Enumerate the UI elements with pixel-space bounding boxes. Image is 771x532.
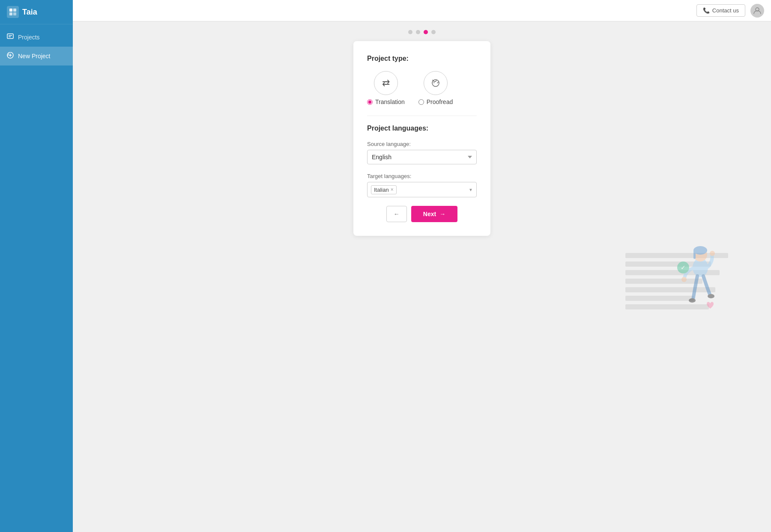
button-row: ← Next → xyxy=(367,206,477,222)
step-dot-3 xyxy=(424,30,428,34)
step-dot-1 xyxy=(408,30,412,34)
source-language-select[interactable]: English French German Spanish Italian xyxy=(367,150,477,164)
sidebar-item-new-project[interactable]: New Project xyxy=(0,47,73,65)
header: 📞 Contact us xyxy=(73,0,771,21)
svg-rect-4 xyxy=(7,34,13,39)
project-type-section: Project type: ⇄ Translation xyxy=(367,55,477,105)
italian-tag: Italian × xyxy=(371,185,397,194)
svg-point-9 xyxy=(693,248,707,262)
svg-point-10 xyxy=(693,246,707,255)
proofread-radio[interactable] xyxy=(418,99,424,105)
target-language-label: Target languages: xyxy=(367,173,477,179)
next-icon: → xyxy=(439,211,445,217)
logo-text: Taia xyxy=(22,8,37,17)
target-dropdown-arrow[interactable]: ▼ xyxy=(469,187,473,192)
italian-tag-close[interactable]: × xyxy=(391,187,394,192)
type-option-proofread[interactable]: Proofread xyxy=(418,71,453,105)
contact-button[interactable]: 📞 Contact us xyxy=(696,4,745,17)
svg-point-12 xyxy=(681,277,687,282)
sidebar-item-new-project-label: New Project xyxy=(18,53,50,59)
phone-icon: 📞 xyxy=(703,7,710,14)
step-dot-4 xyxy=(431,30,436,34)
italian-tag-label: Italian xyxy=(374,187,389,193)
svg-point-15 xyxy=(708,294,714,298)
type-option-translation[interactable]: ⇄ Translation xyxy=(367,71,405,105)
logo[interactable]: Taia xyxy=(0,0,73,24)
source-language-group: Source language: English French German S… xyxy=(367,141,477,164)
proofread-label-row: Proofread xyxy=(418,98,453,105)
target-language-input[interactable]: Italian × ▼ xyxy=(367,182,477,197)
step-indicator xyxy=(408,30,436,34)
projects-icon xyxy=(7,33,14,42)
proofread-icon[interactable] xyxy=(424,71,448,95)
source-language-label: Source language: xyxy=(367,141,477,147)
step-dot-2 xyxy=(416,30,420,34)
svg-point-14 xyxy=(689,298,696,303)
svg-rect-3 xyxy=(13,12,16,15)
translation-radio[interactable] xyxy=(367,99,373,105)
project-type-title: Project type: xyxy=(367,55,477,62)
svg-point-8 xyxy=(693,258,708,277)
translation-icon[interactable]: ⇄ xyxy=(374,71,398,95)
sidebar: Taia Projects New Project xyxy=(0,0,73,532)
svg-point-16 xyxy=(677,262,689,273)
project-languages-title: Project languages: xyxy=(367,125,477,132)
content: ✓ Project type: ⇄ Trans xyxy=(73,21,771,532)
sidebar-item-projects[interactable]: Projects xyxy=(0,28,73,47)
svg-rect-11 xyxy=(693,250,696,259)
next-label: Next xyxy=(423,211,436,217)
sidebar-item-projects-label: Projects xyxy=(18,34,40,41)
svg-rect-1 xyxy=(13,9,16,12)
next-button[interactable]: Next → xyxy=(411,206,457,222)
translation-label[interactable]: Translation xyxy=(375,98,405,105)
new-project-icon xyxy=(7,52,14,60)
proofread-label[interactable]: Proofread xyxy=(427,98,453,105)
svg-rect-0 xyxy=(9,9,12,12)
project-languages-section: Project languages: Source language: Engl… xyxy=(367,125,477,197)
sidebar-nav: Projects New Project xyxy=(0,24,73,69)
svg-text:✓: ✓ xyxy=(681,264,686,271)
main-area: 📞 Contact us xyxy=(73,0,771,532)
project-card: Project type: ⇄ Translation xyxy=(353,41,490,236)
svg-rect-2 xyxy=(9,12,12,15)
avatar[interactable] xyxy=(750,4,764,18)
section-divider xyxy=(367,116,477,116)
target-language-group: Target languages: Italian × ▼ xyxy=(367,173,477,197)
back-button[interactable]: ← xyxy=(386,206,407,222)
decorative-stripes xyxy=(625,253,737,313)
logo-icon xyxy=(7,6,19,18)
project-type-options: ⇄ Translation xyxy=(367,71,477,105)
illustration: ✓ xyxy=(672,233,728,321)
svg-point-13 xyxy=(710,251,715,256)
translation-label-row: Translation xyxy=(367,98,405,105)
back-icon: ← xyxy=(394,211,400,217)
